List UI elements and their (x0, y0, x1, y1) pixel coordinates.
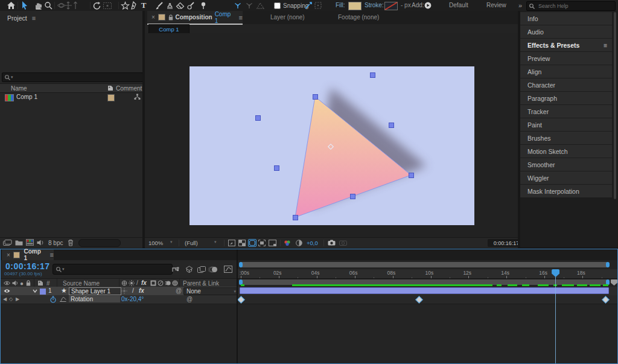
panel-tab-wiggler[interactable]: Wiggler (520, 171, 612, 184)
panel-tab-motion-sketch[interactable]: Motion Sketch (520, 145, 612, 158)
fill-swatch[interactable] (348, 2, 362, 10)
tab-layer[interactable]: Layer (none) (270, 14, 305, 21)
expression-graph-icon[interactable] (60, 297, 66, 302)
playhead-line[interactable] (555, 269, 556, 363)
stroke-label[interactable]: Stroke: (362, 0, 386, 11)
snapshot-camera-icon[interactable] (328, 240, 336, 246)
keyframe-prev-icon[interactable]: ◀ (3, 296, 7, 302)
layer-track[interactable] (238, 287, 617, 295)
selection-handle[interactable] (293, 215, 298, 220)
three-d-switch-icon[interactable] (172, 280, 178, 286)
chevron-down-icon[interactable]: ▾ (214, 240, 217, 244)
stroke-swatch[interactable] (384, 2, 398, 10)
puppet-pin-tool[interactable] (198, 1, 209, 10)
project-search-input[interactable] (13, 72, 142, 83)
label-column-icon[interactable] (107, 85, 113, 91)
selection-handle[interactable] (274, 165, 279, 171)
brush-tool[interactable] (153, 1, 164, 10)
keyframe-next-icon[interactable]: ▶ (16, 296, 19, 302)
time-ruler[interactable]: :00s02s04s06s08s10s12s14s16s18s (238, 269, 617, 279)
magnification-select[interactable]: 100% (148, 240, 163, 246)
guides-grid-options-icon[interactable] (228, 240, 235, 246)
zoom-tool[interactable] (43, 1, 54, 10)
layer-color-swatch[interactable] (39, 288, 46, 295)
layer-row-shape-layer-1[interactable]: 1 ★ Shape Layer 1 / fx @ None ▾ (1, 287, 237, 295)
timeline-tab-comp1[interactable]: × Comp 1 ≡ (2, 249, 54, 260)
selection-handle[interactable] (370, 72, 375, 78)
column-name[interactable]: Name (11, 85, 27, 92)
selection-handle[interactable] (409, 173, 414, 178)
keyframe-diamond[interactable] (415, 296, 423, 304)
keyframe-diamond[interactable] (237, 296, 245, 304)
panel-menu-icon[interactable]: ≡ (32, 14, 36, 22)
layer-name-box[interactable]: Shape Layer 1 (69, 287, 121, 295)
column-parent-link[interactable]: Parent & Link (183, 280, 219, 287)
dock-scrollbar[interactable] (614, 12, 616, 199)
layer-quality-switch[interactable]: / (132, 287, 134, 294)
lock-icon[interactable] (26, 280, 31, 286)
composition-canvas[interactable] (190, 66, 474, 225)
collapse-switch-icon[interactable] (129, 280, 135, 286)
tab-footage[interactable]: Footage (none) (338, 14, 379, 21)
selection-handle[interactable] (255, 115, 261, 121)
new-folder-icon[interactable] (15, 240, 23, 246)
channel-settings-icon[interactable] (284, 240, 291, 246)
lock-icon[interactable] (168, 14, 173, 21)
motion-blur-icon[interactable] (208, 264, 219, 274)
expand-chevron-icon[interactable] (33, 289, 37, 293)
shy-switch-icon[interactable] (121, 280, 127, 286)
eraser-tool[interactable] (174, 1, 185, 10)
rotation-tool[interactable] (91, 1, 102, 10)
pen-tool[interactable] (128, 1, 139, 10)
camera-tool[interactable] (102, 1, 113, 10)
exposure-value[interactable]: +0,0 (307, 240, 318, 246)
view-axis-mode-icon[interactable] (255, 1, 266, 10)
navigator-end-handle[interactable] (606, 262, 610, 267)
panel-tab-character[interactable]: Character (520, 78, 612, 91)
selection-tool[interactable] (19, 1, 30, 10)
more-workspaces-icon[interactable]: » (516, 0, 524, 11)
fx-switch-icon[interactable]: fx (141, 279, 147, 286)
anchor-point-icon[interactable] (328, 144, 334, 150)
quality-switch-icon[interactable]: / (136, 279, 138, 286)
workspace-default[interactable]: Default (447, 0, 471, 11)
frame-blending-icon[interactable] (196, 264, 207, 274)
layer-duration-bar[interactable] (240, 287, 609, 294)
panel-menu-icon[interactable]: ≡ (239, 14, 243, 21)
panel-tab-brushes[interactable]: Brushes (520, 132, 612, 144)
panel-tab-paint[interactable]: Paint (520, 118, 612, 131)
mask-switch-icon[interactable] (158, 280, 164, 286)
time-navigator-bar[interactable] (239, 262, 610, 267)
panel-tab-info[interactable]: Info (520, 12, 612, 25)
snapping-checkbox[interactable] (274, 2, 281, 9)
selection-handle[interactable] (313, 94, 318, 100)
view-layout-icon[interactable] (269, 240, 276, 246)
resolution-select[interactable]: (Full) (185, 240, 198, 246)
close-icon[interactable]: × (151, 14, 155, 21)
viewer-subtab-comp1[interactable]: Comp 1 (148, 24, 190, 34)
clone-stamp-tool[interactable] (164, 1, 175, 10)
panel-tab-preview[interactable]: Preview (520, 52, 612, 65)
eye-icon[interactable] (4, 281, 10, 286)
panel-tab-tracker[interactable]: Tracker (520, 105, 612, 118)
composition-mini-flowchart-icon[interactable] (170, 264, 180, 274)
panel-tab-smoother[interactable]: Smoother (520, 158, 612, 171)
layer-fx-switch[interactable]: fx (139, 287, 144, 294)
selection-handle[interactable] (389, 123, 394, 128)
hand-tool[interactable] (33, 1, 43, 10)
current-time-display[interactable]: 0:00:16:17 (5, 261, 50, 271)
solo-icon[interactable]: ● (20, 280, 24, 287)
home-icon[interactable] (5, 1, 16, 10)
trash-icon[interactable] (68, 239, 74, 246)
timeline-search-input[interactable] (65, 264, 174, 275)
panel-menu-icon[interactable]: ≡ (604, 42, 607, 49)
layer-visibility-eye-icon[interactable] (4, 289, 10, 293)
panel-tab-audio[interactable]: Audio (520, 25, 612, 38)
roto-brush-tool[interactable] (185, 1, 196, 10)
keyframe-diamond[interactable] (602, 296, 610, 304)
graph-editor-icon[interactable] (223, 264, 234, 274)
exposure-icon[interactable] (296, 240, 302, 246)
column-comment[interactable]: Comment (116, 85, 142, 92)
panel-tab-effects-presets[interactable]: Effects & Presets≡ (520, 39, 612, 51)
close-icon[interactable]: × (7, 252, 10, 258)
